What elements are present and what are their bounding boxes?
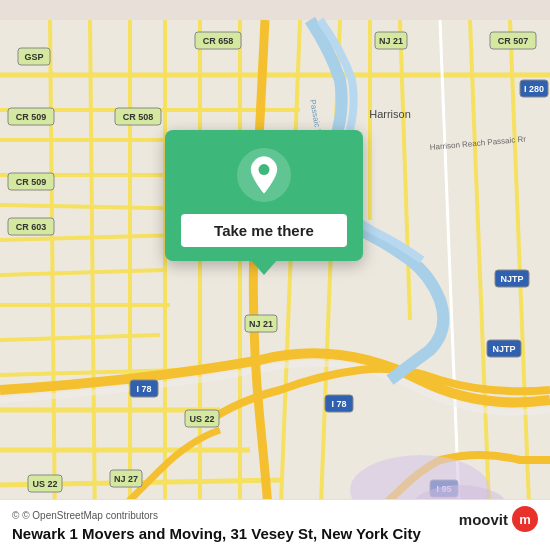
svg-text:I 280: I 280 — [524, 84, 544, 94]
svg-text:US 22: US 22 — [189, 414, 214, 424]
svg-text:CR 658: CR 658 — [203, 36, 234, 46]
attribution-icon: © — [12, 510, 19, 521]
attribution-text: © OpenStreetMap contributors — [22, 510, 158, 521]
take-me-there-button[interactable]: Take me there — [181, 214, 347, 247]
svg-text:NJTP: NJTP — [492, 344, 515, 354]
svg-text:m: m — [519, 512, 531, 527]
svg-text:CR 509: CR 509 — [16, 177, 47, 187]
svg-text:Harrison: Harrison — [369, 108, 411, 120]
location-icon-wrap — [237, 148, 291, 202]
svg-text:NJ 27: NJ 27 — [114, 474, 138, 484]
svg-text:NJ 21: NJ 21 — [249, 319, 273, 329]
svg-text:CR 507: CR 507 — [498, 36, 529, 46]
bottom-bar: © © OpenStreetMap contributors Newark 1 … — [0, 499, 550, 550]
svg-text:NJ 21: NJ 21 — [379, 36, 403, 46]
svg-point-69 — [259, 164, 270, 175]
svg-text:NJTP: NJTP — [500, 274, 523, 284]
svg-text:US 22: US 22 — [32, 479, 57, 489]
popup-card: Take me there — [165, 130, 363, 261]
svg-text:GSP: GSP — [24, 52, 43, 62]
moovit-logo: moovit m — [459, 506, 538, 532]
svg-text:I 78: I 78 — [136, 384, 151, 394]
moovit-logo-text: moovit — [459, 511, 508, 528]
location-pin-icon — [246, 155, 282, 195]
moovit-icon: m — [512, 506, 538, 532]
svg-text:CR 508: CR 508 — [123, 112, 154, 122]
map-container: CR 658 NJ 21 CR 507 I 280 CR 509 CR 508 … — [0, 0, 550, 550]
svg-text:I 78: I 78 — [331, 399, 346, 409]
map-background: CR 658 NJ 21 CR 507 I 280 CR 509 CR 508 … — [0, 0, 550, 550]
svg-text:CR 509: CR 509 — [16, 112, 47, 122]
svg-text:CR 603: CR 603 — [16, 222, 47, 232]
